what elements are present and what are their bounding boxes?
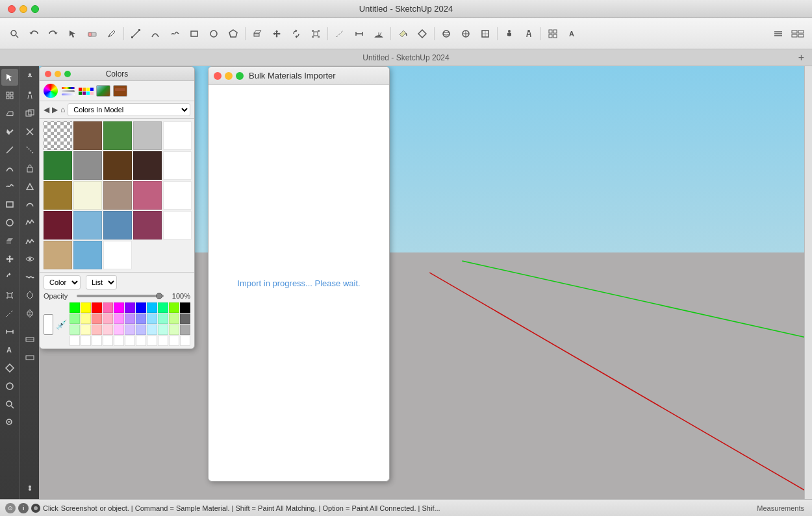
mini-swatch-lightsalmon[interactable] (92, 313, 102, 324)
mini-swatch-cyan[interactable] (147, 302, 157, 313)
tool-layers[interactable] (769, 25, 787, 43)
mini-swatch-periwinkle[interactable] (136, 313, 146, 324)
tool-redo[interactable] (44, 25, 62, 43)
mini-swatch-mint[interactable] (158, 302, 168, 313)
nav-back-button[interactable]: ◀ (44, 105, 49, 114)
swatch-medblue[interactable] (103, 211, 132, 240)
mini-swatch-yellowgreen[interactable] (169, 313, 179, 324)
status-icon-1[interactable]: ⊙ (5, 503, 16, 513)
tool-scale[interactable] (307, 25, 325, 43)
tool-wave-sidebar[interactable] (21, 269, 38, 286)
tool-move[interactable] (268, 25, 286, 43)
swatch-lightbrown[interactable] (103, 181, 132, 210)
tool-lookaround-sidebar[interactable] (21, 87, 38, 104)
tool-line[interactable] (127, 25, 145, 43)
mini-swatch-lavender[interactable] (125, 313, 135, 324)
mini-swatch-magenta[interactable] (114, 302, 124, 313)
colors-close-button[interactable] (45, 71, 51, 77)
tool-orbit-sidebar[interactable] (1, 378, 18, 395)
tool-sandbox2-sidebar[interactable] (21, 232, 38, 249)
mini-swatch-white-7[interactable] (136, 336, 146, 346)
tool-component-sidebar[interactable] (1, 87, 18, 104)
close-button[interactable] (8, 5, 16, 13)
swatch-white2[interactable] (163, 151, 192, 180)
tool-circle[interactable] (205, 25, 223, 43)
nav-forward-button[interactable]: ▶ (52, 105, 58, 114)
tool-scale-sidebar[interactable] (1, 287, 18, 304)
mini-swatch-white-4[interactable] (103, 336, 113, 346)
tool-select-sidebar[interactable] (1, 69, 18, 86)
swatch-transparent[interactable] (44, 121, 72, 150)
tool-hidden-sidebar[interactable] (21, 141, 38, 158)
bulk-minimize-button[interactable] (225, 72, 233, 80)
tool-eraser-sidebar[interactable] (1, 105, 18, 122)
mini-swatch-skyblue[interactable] (147, 313, 157, 324)
mini-swatch-palemagenta[interactable] (114, 325, 124, 335)
mini-swatch-white-2[interactable] (81, 336, 91, 346)
tool-geo-sidebar[interactable] (21, 287, 38, 304)
tool-magnify[interactable] (5, 25, 23, 43)
tool-extension[interactable] (789, 25, 807, 43)
viewport[interactable]: Colors (39, 66, 812, 499)
swatch-white1[interactable] (163, 121, 192, 150)
swatch-darkestbrown[interactable] (133, 151, 162, 180)
tool-walk-sidebar[interactable] (21, 69, 38, 86)
tool-section-sidebar[interactable] (1, 360, 18, 376)
swatch-lightblue[interactable] (73, 211, 102, 240)
tool-corner-scroll[interactable] (21, 480, 38, 497)
tool-group-sidebar[interactable] (21, 105, 38, 122)
tool-dim-sidebar[interactable] (1, 323, 18, 340)
maximize-button[interactable] (31, 5, 39, 13)
mini-swatch-white-3[interactable] (92, 336, 102, 346)
tool-pan[interactable] (457, 25, 475, 43)
minimize-button[interactable] (19, 5, 27, 13)
mini-swatch-white-8[interactable] (147, 336, 157, 346)
tool-arc[interactable] (146, 25, 164, 43)
tool-extra1-sidebar[interactable] (21, 331, 38, 348)
color-image-icon[interactable] (96, 85, 110, 97)
colors-maximize-button[interactable] (64, 71, 71, 77)
mini-swatch-black[interactable] (180, 302, 190, 313)
swatch-brown1[interactable] (73, 121, 102, 150)
tool-section[interactable] (413, 25, 431, 43)
swatch-white4[interactable] (163, 211, 192, 240)
tool-text[interactable]: A (563, 25, 581, 43)
view-mode-select[interactable]: List (86, 275, 117, 289)
colors-minimize-button[interactable] (55, 71, 61, 77)
tool-circle-sidebar[interactable] (1, 214, 18, 231)
tool-rect-sidebar[interactable] (1, 196, 18, 213)
opacity-slider[interactable] (77, 295, 164, 297)
tool-eraser[interactable] (83, 25, 101, 43)
swatch-beige[interactable] (73, 181, 102, 210)
mini-swatch-lightpink[interactable] (103, 313, 113, 324)
tool-line-sidebar[interactable] (1, 141, 18, 158)
swatch-green1[interactable] (103, 121, 132, 150)
color-mode-select[interactable]: Color (44, 275, 81, 289)
tool-freehand-sidebar[interactable] (1, 178, 18, 195)
tool-lock-sidebar[interactable] (21, 160, 38, 177)
tool-protractor[interactable] (370, 25, 388, 43)
tool-pushpull-sidebar[interactable] (1, 232, 18, 249)
tool-rectangle[interactable] (185, 25, 203, 43)
tool-zoom-fit[interactable] (476, 25, 494, 43)
nav-home-button[interactable]: ⌂ (60, 105, 65, 114)
tool-text-sidebar[interactable]: A (1, 341, 18, 358)
tool-rotate-sidebar[interactable] (1, 269, 18, 286)
tool-select[interactable] (64, 25, 82, 43)
tool-undo[interactable] (25, 25, 43, 43)
status-info-icon[interactable]: i (18, 503, 29, 513)
color-swatches-icon[interactable] (79, 88, 94, 95)
mini-swatch-white-5[interactable] (114, 336, 124, 346)
mini-swatch-lightlime[interactable] (70, 313, 80, 324)
tool-freehand[interactable] (166, 25, 184, 43)
mini-swatch-chartreuse[interactable] (169, 302, 179, 313)
tool-walkthrough[interactable] (500, 25, 518, 43)
mini-swatch-red[interactable] (92, 302, 102, 313)
mini-swatch-pink[interactable] (103, 302, 113, 313)
swatch-darkmauve[interactable] (133, 211, 162, 240)
tool-pencil[interactable] (103, 25, 121, 43)
mini-swatch-yellow[interactable] (81, 302, 91, 313)
mini-swatch-blue[interactable] (136, 302, 146, 313)
tool-arc-sidebar[interactable] (1, 160, 18, 177)
bulk-maximize-button[interactable] (236, 72, 244, 80)
